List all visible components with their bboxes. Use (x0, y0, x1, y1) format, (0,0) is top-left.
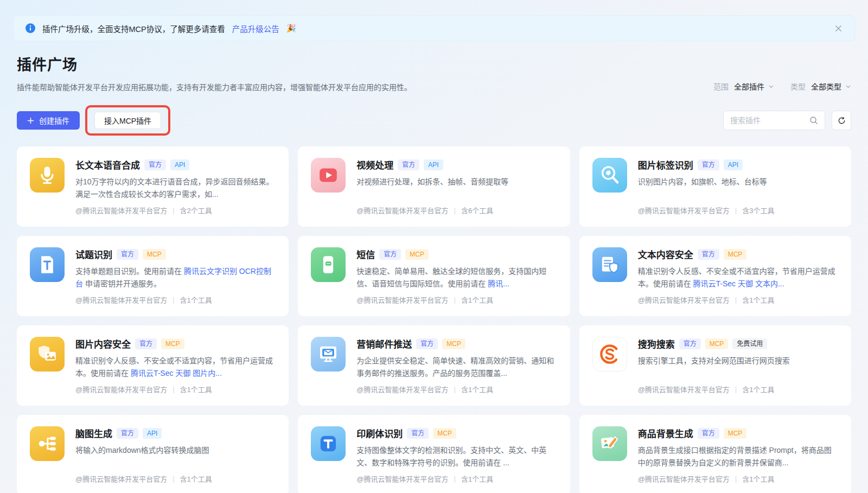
page-subtitle: 插件能帮助智能体开发平台开发应用拓展功能，支持有开发能力者丰富应用内容，增强智能… (17, 81, 412, 92)
type-filter-dropdown[interactable]: 类型 全部类型 (790, 81, 851, 92)
scope-filter-label: 范围 (713, 81, 729, 92)
plugin-author: @腾讯云智能体开发平台官方 (638, 294, 730, 305)
type-filter-value: 全部类型 (811, 81, 841, 92)
footer-divider: | (454, 475, 456, 483)
plugin-tool-count: 含1个工具 (180, 384, 212, 394)
plugin-description: 将输入的markdown格式内容转换成脑图 (75, 444, 276, 457)
mindmap-icon (30, 426, 65, 461)
page-header: 插件广场 插件能帮助智能体开发平台开发应用拓展功能，支持有开发能力者丰富应用内容… (17, 53, 412, 92)
plugin-author: @腾讯云智能体开发平台官方 (638, 384, 730, 394)
plus-icon (27, 117, 34, 124)
plugin-author: @腾讯云智能体开发平台官方 (356, 473, 448, 484)
plugin-author: @腾讯云智能体开发平台官方 (75, 384, 167, 394)
plugin-author: @腾讯云智能体开发平台官方 (356, 294, 448, 305)
banner-upgrade-link[interactable]: 产品升级公告 (232, 23, 279, 34)
plugin-card[interactable]: 图片内容安全 官方MCP 精准识别令人反感、不安全或不适宜内容，节省用户运营成本… (17, 325, 289, 406)
close-icon[interactable] (834, 24, 843, 33)
microphone-icon (30, 158, 65, 193)
plugin-tool-count: 含6个工具 (461, 205, 493, 215)
tag-api: API (143, 428, 162, 439)
banner-text: 插件广场升级，全面支持MCP协议，了解更多请查看 (42, 23, 225, 34)
footer-divider: | (173, 296, 174, 304)
magnifier-tag-icon (592, 158, 627, 193)
plugin-tool-count: 含1个工具 (742, 294, 774, 305)
plugin-card[interactable]: 长文本语音合成 官方API 对10万字符以内的文本进行语音合成，异步返回音频结果… (17, 146, 289, 227)
plugin-title: 营销邮件推送 (356, 337, 412, 350)
tag-mcp: MCP (724, 428, 747, 439)
tag-mcp: MCP (705, 338, 729, 349)
plugin-tool-count: 含1个工具 (461, 384, 493, 394)
plugin-description: 搜索引擎工具，支持对全网范围进行网页搜索 (638, 355, 838, 367)
tag-official: 官方 (698, 249, 719, 260)
info-icon (25, 23, 35, 33)
plugin-title: 长文本语音合成 (75, 158, 140, 171)
document-t-icon (30, 247, 65, 282)
chevron-down-icon (845, 84, 851, 89)
plugin-tool-count: 含1个工具 (461, 473, 493, 484)
plugin-card[interactable]: 印刷体识别 官方MCP 支持图像整体文字的检测和识别。支持中文、英文、中英文、数… (298, 415, 570, 493)
plugin-description: 精准识别令人反感、不安全或不适宜内容，节省用户运营成本。使用前请在 腾讯云T-S… (638, 265, 838, 290)
plugin-description: 精准识别令人反感、不安全或不适宜内容，节省用户运营成本。使用前请在 腾讯云T-S… (75, 355, 276, 380)
plugin-author: @腾讯云智能体开发平台官方 (356, 384, 448, 394)
refresh-icon (837, 116, 846, 125)
search-icon (809, 116, 818, 125)
footer-divider: | (454, 385, 456, 393)
plugin-title: 印刷体识别 (356, 426, 403, 440)
plugin-title: 文本内容安全 (638, 247, 693, 261)
tag-official: 官方 (407, 428, 429, 439)
tag-free: 免费试用 (732, 338, 767, 349)
scope-filter-dropdown[interactable]: 范围 全部插件 (713, 81, 774, 92)
create-plugin-button[interactable]: 创建插件 (17, 111, 80, 130)
plugin-description: 快速稳定、简单易用、触达全球的短信服务，支持国内短信、语音短信与国际短信。使用前… (356, 265, 557, 290)
description-link[interactable]: 腾讯... (488, 279, 509, 288)
plugin-card[interactable]: 短信 官方MCP 快速稳定、简单易用、触达全球的短信服务，支持国内短信、语音短信… (298, 236, 570, 316)
plugin-card[interactable]: 脑图生成 官方API 将输入的markdown格式内容转换成脑图 @腾讯云智能体… (17, 415, 289, 493)
footer-divider: | (173, 385, 174, 393)
refresh-button[interactable] (832, 111, 851, 130)
plugin-title: 视频处理 (356, 158, 393, 171)
plugin-title: 试题识别 (75, 247, 112, 261)
tag-mcp: MCP (442, 338, 465, 349)
shield-image-icon (30, 337, 65, 372)
plugin-description: 识别图片内容，如旗帜、地标、台标等 (638, 176, 838, 188)
play-icon (311, 158, 346, 193)
plugin-card[interactable]: 试题识别 官方MCP 支持单题题目识别。使用前请在 腾讯云文字识别 OCR控制台… (17, 236, 289, 316)
plugin-description: 为企业提供安全稳定、简单快速、精准高效的营销、通知和事务邮件的推送服务。产品的服… (356, 355, 557, 380)
annotation-highlight-box: 接入MCP插件 (85, 105, 170, 136)
tag-official: 官方 (379, 249, 401, 260)
tag-official: 官方 (416, 338, 438, 349)
tag-official: 官方 (135, 338, 157, 349)
plugin-title: 搜狗搜索 (638, 337, 675, 350)
plugin-tool-count: 含1个工具 (180, 294, 212, 305)
plugin-tool-count: 含2个工具 (180, 205, 212, 215)
plugin-card[interactable]: 图片标签识别 官方API 识别图片内容，如旗帜、地标、台标等 @腾讯云智能体开发… (579, 146, 851, 227)
description-link[interactable]: 腾讯云T-Sec 天御 文本内... (693, 279, 784, 288)
plugin-card[interactable]: 营销邮件推送 官方MCP 为企业提供安全稳定、简单快速、精准高效的营销、通知和事… (298, 325, 570, 406)
footer-divider: | (173, 475, 174, 483)
footer-divider: | (454, 206, 456, 214)
plugin-card[interactable]: 商品背景生成 官方MCP 商品背景生成接口根据指定的背景描述 Prompt，将商… (579, 415, 851, 493)
tag-official: 官方 (117, 249, 138, 260)
plugin-author: @腾讯云智能体开发平台官方 (75, 473, 167, 484)
plugin-author: @腾讯云智能体开发平台官方 (638, 205, 730, 215)
chevron-down-icon (768, 84, 774, 89)
plugin-tool-count: 含3个工具 (742, 205, 774, 215)
tag-official: 官方 (398, 159, 419, 170)
footer-divider: | (735, 296, 737, 304)
plugin-description: 支持图像整体文字的检测和识别。支持中文、英文、中英文、数字和特殊字符号的识别。使… (356, 444, 557, 469)
plugin-tool-count: 含1个工具 (461, 294, 493, 305)
plugin-card[interactable]: 文本内容安全 官方MCP 精准识别令人反感、不安全或不适宜内容，节省用户运营成本… (579, 236, 851, 316)
description-link[interactable]: 腾讯云T-Sec 天御 图片内... (131, 369, 222, 377)
tag-official: 官方 (698, 428, 719, 439)
plugin-title: 短信 (356, 247, 375, 261)
plugin-description: 对10万字符以内的文本进行语音合成，异步返回音频结果。满足一次性合成较长文本的客… (75, 176, 276, 201)
connect-mcp-plugin-button[interactable]: 接入MCP插件 (94, 112, 161, 129)
footer-divider: | (735, 206, 737, 214)
plugin-card[interactable]: 搜狗搜索 官方MCP免费试用 搜索引擎工具，支持对全网范围进行网页搜索 @腾讯云… (579, 325, 851, 406)
footer-divider: | (454, 296, 456, 304)
create-plugin-label: 创建插件 (39, 115, 69, 126)
plugin-title: 图片内容安全 (75, 337, 131, 350)
search-input[interactable] (730, 116, 805, 125)
tag-official: 官方 (679, 338, 701, 349)
plugin-card[interactable]: 视频处理 官方API 对视频进行处理，如拆条、抽帧、音频提取等 @腾讯云智能体开… (298, 146, 570, 227)
